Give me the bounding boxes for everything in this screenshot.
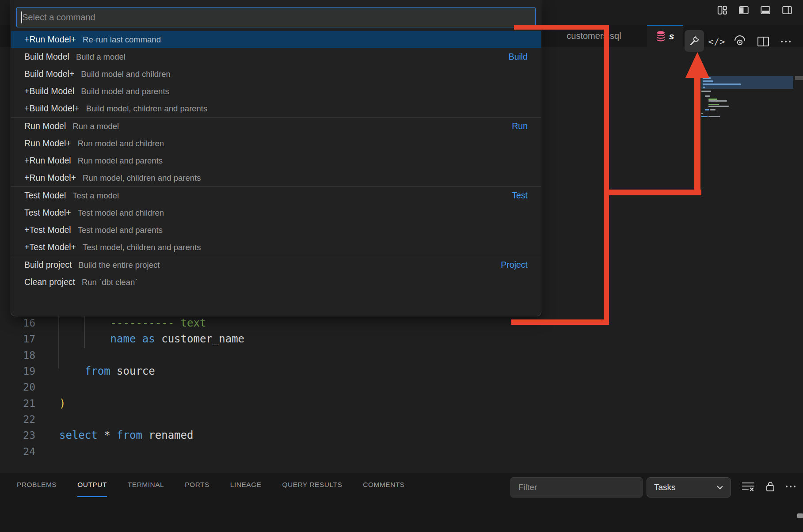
panel-tab-problems[interactable]: PROBLEMS <box>17 473 57 497</box>
minimap-line <box>708 100 727 102</box>
layout-controls <box>716 4 793 16</box>
command-description: Build model and parents <box>81 87 169 96</box>
panel-tab-output[interactable]: OUTPUT <box>77 473 107 497</box>
code-text: from source <box>59 365 155 377</box>
toggle-secondary-sidebar-icon[interactable] <box>781 4 793 16</box>
command-row[interactable]: Build Model+Build model and children <box>11 65 541 83</box>
line-number: 19 <box>0 365 35 377</box>
toggle-primary-sidebar-icon[interactable] <box>738 4 750 16</box>
command-row[interactable]: +Build ModelBuild model and parents <box>11 83 541 100</box>
panel-scrollbar[interactable] <box>797 513 803 518</box>
minimap-selection <box>701 76 793 89</box>
command-description: Run model, children and parents <box>83 173 201 183</box>
filter-input[interactable] <box>510 477 643 498</box>
line-number: 16 <box>0 317 35 329</box>
minimap-line <box>703 87 705 88</box>
command-input[interactable] <box>17 8 535 27</box>
command-row[interactable]: +Run Model+Re-run last command <box>11 31 541 48</box>
command-label: Test Model <box>24 190 66 201</box>
minimap-line <box>705 109 709 110</box>
command-description: Build a model <box>76 52 126 62</box>
panel-tab-terminal[interactable]: TERMINAL <box>128 473 164 497</box>
code-line: 22 <box>0 411 539 427</box>
code-line: 17 name as customer_name <box>0 331 539 347</box>
command-row[interactable]: Test ModelTest a modelTest <box>11 187 541 204</box>
line-number: 23 <box>0 429 35 441</box>
command-category-badge: Project <box>501 260 528 270</box>
line-number: 17 <box>0 333 35 345</box>
minimap[interactable] <box>701 66 793 122</box>
tasks-dropdown-label: Tasks <box>654 483 676 492</box>
customize-layout-icon[interactable] <box>716 4 728 16</box>
command-description: Run model and parents <box>78 156 163 166</box>
minimap-line <box>703 84 741 85</box>
panel-tab-ports[interactable]: PORTS <box>185 473 209 497</box>
code-icon[interactable]: </> <box>707 35 727 48</box>
annotation-line-top <box>514 25 609 30</box>
command-description: Test model and children <box>78 208 164 218</box>
text-cursor <box>21 11 22 23</box>
code-line: 18 <box>0 347 539 363</box>
code-text: name as customer_name <box>59 333 244 345</box>
command-label: +Run Model+ <box>24 173 76 183</box>
command-description: Test a model <box>72 191 119 201</box>
annotation-line-right <box>604 25 609 325</box>
command-row[interactable]: +Test ModelTest model and parents <box>11 221 541 239</box>
panel-tab-comments[interactable]: COMMENTS <box>363 473 404 497</box>
minimap-line <box>701 113 703 114</box>
tab-sql-preview[interactable]: s <box>647 25 683 47</box>
minimap-line <box>708 106 729 107</box>
preview-eye-icon[interactable] <box>731 34 749 49</box>
command-label: Clean project <box>24 277 75 287</box>
line-number: 18 <box>0 350 35 361</box>
minimap-line <box>708 104 719 105</box>
command-row[interactable]: +Run ModelRun model and parents <box>11 152 541 169</box>
command-row[interactable]: Run ModelRun a modelRun <box>11 118 541 135</box>
code-line: 21) <box>0 395 539 411</box>
minimap-line <box>708 99 717 100</box>
command-row[interactable]: Build projectBuild the entire projectPro… <box>11 256 541 274</box>
annotation-arrow-head <box>685 52 709 78</box>
command-label: Build Model+ <box>24 69 74 79</box>
command-label: Run Model <box>24 121 66 131</box>
command-row[interactable]: Build ModelBuild a modelBuild <box>11 48 541 65</box>
panel-tab-query-results[interactable]: QUERY RESULTS <box>282 473 343 497</box>
vscode-window: { "colors": { "annotation": "#e8432a", "… <box>0 0 803 532</box>
tasks-dropdown[interactable]: Tasks <box>647 477 731 498</box>
editor-code-area[interactable]: 16 ---------- text17 name as customer_na… <box>0 315 539 460</box>
command-label: Build project <box>24 260 72 270</box>
code-line: 16 ---------- text <box>0 315 539 331</box>
command-category-badge: Run <box>512 121 528 131</box>
panel-tab-lineage[interactable]: LINEAGE <box>230 473 262 497</box>
code-text: ) <box>59 397 65 410</box>
command-description: Run a model <box>72 122 119 131</box>
code-text: ---------- text <box>59 317 206 329</box>
minimap-line <box>701 116 708 117</box>
panel-more-actions-icon[interactable] <box>783 480 798 493</box>
command-input-wrap <box>16 7 536 27</box>
command-label: +Build Model+ <box>24 103 80 114</box>
minimap-line <box>701 91 711 92</box>
code-line: 20 <box>0 379 539 395</box>
command-description: Test model and parents <box>78 225 163 235</box>
wrench-icon[interactable] <box>685 30 704 52</box>
lock-icon[interactable] <box>765 480 776 493</box>
line-number: 20 <box>0 381 35 393</box>
command-palette: +Run Model+Re-run last commandBuild Mode… <box>11 0 541 316</box>
command-row[interactable]: +Build Model+Build model, children and p… <box>11 100 541 117</box>
database-icon <box>656 31 665 42</box>
editor-more-actions-icon[interactable] <box>777 35 795 48</box>
command-row[interactable]: Test Model+Test model and children <box>11 204 541 221</box>
preview-tab-label: s <box>669 31 674 42</box>
command-row[interactable]: +Test Model+Test model, children and par… <box>11 239 541 256</box>
code-line: 24 <box>0 443 539 459</box>
editor-scrollbar[interactable] <box>795 76 803 80</box>
tab-label: customers.sql <box>567 31 621 41</box>
split-editor-icon[interactable] <box>755 35 772 48</box>
command-row[interactable]: Run Model+Run model and children <box>11 135 541 152</box>
clear-output-icon[interactable] <box>741 480 756 493</box>
toggle-panel-icon[interactable] <box>759 4 772 16</box>
command-list: +Run Model+Re-run last commandBuild Mode… <box>11 31 541 291</box>
command-row[interactable]: Clean projectRun `dbt clean` <box>11 274 541 291</box>
command-row[interactable]: +Run Model+Run model, children and paren… <box>11 169 541 186</box>
